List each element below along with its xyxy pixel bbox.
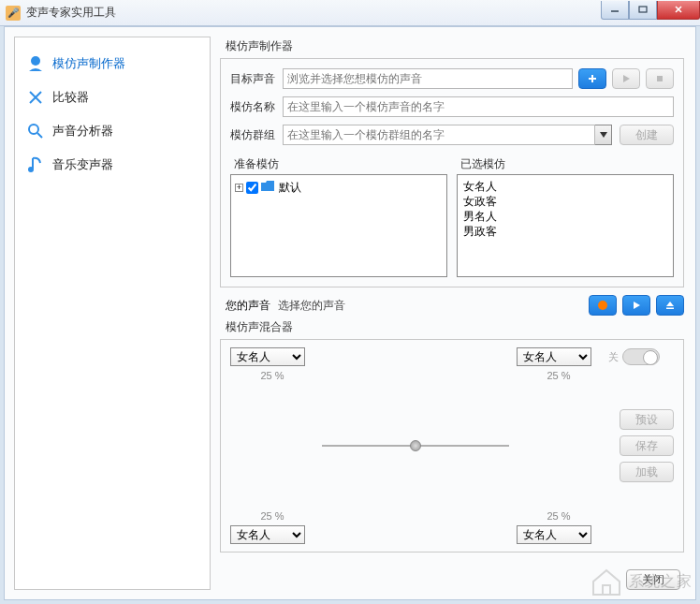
toggle-label: 关: [608, 350, 619, 364]
mixer-box: 女名人 女名人 关 25 % 25 % 预设 保存 加载: [220, 339, 684, 552]
save-button[interactable]: 保存: [620, 435, 674, 456]
imitation-group-input[interactable]: [283, 125, 595, 145]
tree-item-default[interactable]: + 默认: [235, 179, 443, 196]
prepare-listbox[interactable]: + 默认: [230, 174, 447, 277]
sidebar-item-music-changer[interactable]: 音乐变声器: [22, 148, 202, 182]
maker-box: 目标声音 模仿名称 模仿群组 创建 准备模仿: [220, 58, 684, 287]
target-voice-label: 目标声音: [230, 71, 283, 87]
main-panel: 模仿声制作器 目标声音 模仿名称 模仿群组 创建: [214, 27, 695, 599]
person-voice-icon: [26, 54, 45, 73]
svg-rect-15: [666, 308, 674, 310]
pct-tl: 25 %: [230, 370, 314, 381]
mixer-select-tr[interactable]: 女名人: [517, 347, 591, 366]
expand-icon[interactable]: +: [235, 184, 243, 192]
prepare-label: 准备模仿: [234, 156, 447, 172]
compare-icon: [26, 88, 45, 107]
window-title: 变声专家实用工具: [26, 5, 601, 21]
imitation-name-row: 模仿名称: [230, 96, 674, 117]
list-item[interactable]: 女名人: [461, 179, 669, 194]
music-note-icon: [26, 155, 45, 174]
mixer-xy-pad[interactable]: [322, 445, 509, 447]
sidebar-item-label: 声音分析器: [52, 123, 113, 140]
sidebar-item-label: 模仿声制作器: [52, 55, 125, 72]
mixer-title: 模仿声混合器: [226, 319, 684, 335]
window-body: 模仿声制作器 比较器 声音分析器 音乐变声器 模仿声制作器 目标声音: [4, 26, 696, 600]
xy-handle[interactable]: [410, 440, 421, 451]
svg-marker-12: [600, 132, 607, 138]
eject-voice-button[interactable]: [656, 295, 684, 316]
stop-target-button[interactable]: [646, 68, 674, 89]
your-voice-row: 您的声音 选择您的声音: [226, 295, 684, 316]
target-voice-input[interactable]: [283, 68, 573, 89]
maximize-button[interactable]: [629, 1, 657, 20]
imitation-lists: 准备模仿 + 默认 已选模仿 女名人 女政客: [230, 153, 674, 277]
mixer-select-tl[interactable]: 女名人: [230, 347, 305, 366]
window-buttons: [601, 1, 700, 22]
tree-checkbox[interactable]: [246, 182, 258, 194]
mixer-toggle[interactable]: [622, 348, 660, 365]
load-button[interactable]: 加载: [620, 462, 674, 482]
app-icon: 🎤: [6, 6, 21, 21]
list-item[interactable]: 男政客: [461, 224, 669, 239]
magnifier-icon: [26, 122, 45, 140]
your-voice-value: 选择您的声音: [278, 298, 583, 314]
svg-marker-13: [634, 302, 640, 309]
mixer-select-br[interactable]: 女名人: [517, 525, 591, 544]
svg-point-7: [28, 167, 34, 172]
sidebar-item-label: 音乐变声器: [52, 156, 113, 173]
svg-line-6: [37, 133, 42, 138]
preset-button[interactable]: 预设: [620, 409, 674, 430]
svg-rect-11: [657, 76, 663, 81]
imitation-name-input[interactable]: [283, 96, 674, 117]
sidebar-item-label: 比较器: [52, 89, 89, 106]
mixer-select-bl[interactable]: 女名人: [230, 525, 305, 544]
pct-bl: 25 %: [230, 510, 314, 522]
close-button[interactable]: [657, 1, 700, 20]
group-dropdown-button[interactable]: [595, 125, 612, 145]
svg-marker-14: [666, 302, 674, 306]
close-dialog-button[interactable]: 关闭: [626, 569, 680, 590]
sidebar-item-analyzer[interactable]: 声音分析器: [22, 114, 202, 148]
list-item[interactable]: 男名人: [461, 209, 669, 224]
svg-marker-10: [623, 75, 630, 82]
your-voice-label: 您的声音: [226, 298, 278, 314]
svg-point-4: [31, 56, 40, 66]
list-item[interactable]: 女政客: [461, 194, 669, 209]
titlebar: 🎤 变声专家实用工具: [0, 0, 700, 26]
target-voice-row: 目标声音: [230, 68, 674, 89]
imitation-group-label: 模仿群组: [230, 127, 283, 143]
tree-item-label: 默认: [277, 180, 303, 195]
svg-rect-1: [639, 7, 647, 12]
footer: 关闭: [619, 569, 680, 590]
svg-point-5: [29, 125, 38, 134]
pct-br: 25 %: [517, 510, 601, 522]
imitation-group-row: 模仿群组 创建: [230, 125, 674, 145]
record-button[interactable]: [589, 295, 617, 316]
sidebar-item-imitation-maker[interactable]: 模仿声制作器: [22, 47, 202, 81]
selected-label: 已选模仿: [460, 156, 674, 172]
add-target-button[interactable]: [578, 68, 606, 89]
play-target-button[interactable]: [612, 68, 640, 89]
section-title: 模仿声制作器: [226, 38, 684, 54]
selected-listbox[interactable]: 女名人 女政客 男名人 男政客: [457, 174, 674, 277]
sidebar: 模仿声制作器 比较器 声音分析器 音乐变声器: [14, 37, 211, 590]
minimize-button[interactable]: [601, 1, 629, 20]
create-button[interactable]: 创建: [620, 125, 674, 145]
pct-tr: 25 %: [517, 370, 601, 381]
imitation-name-label: 模仿名称: [230, 99, 283, 115]
sidebar-item-comparator[interactable]: 比较器: [22, 81, 202, 114]
folder-icon: [261, 181, 274, 195]
play-voice-button[interactable]: [622, 295, 650, 316]
